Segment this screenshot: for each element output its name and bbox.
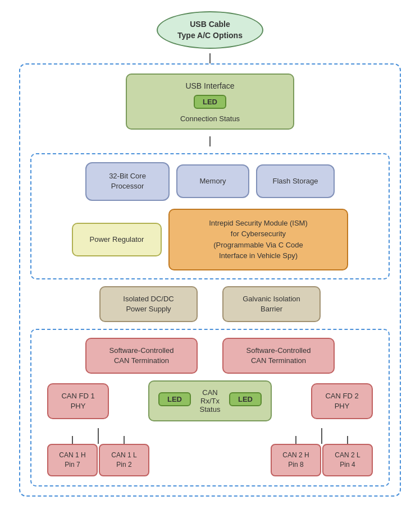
can2l-label: CAN 2 LPin 4 [335,451,360,470]
can-led-left: LED [158,392,191,406]
memory-label: Memory [200,176,226,186]
inner-bottom-dashed-box: Software-ControlledCAN Termination Softw… [30,329,390,486]
power-regulator-box: Power Regulator [72,223,162,256]
inner-top-dashed-box: 32-Bit CoreProcessor Memory Flash Storag… [30,153,390,279]
can1l-box: CAN 1 LPin 2 [99,444,149,476]
power-ism-row: Power Regulator Intrepid Security Module… [40,209,380,270]
flash-label: Flash Storage [273,176,318,186]
can-rxtx-box: LED CANRx/Tx Status LED [148,380,272,421]
can-termination-row: Software-ControlledCAN Termination Softw… [85,338,335,374]
usb-interface-label: USB Interface [138,81,282,90]
galvanic-label: Galvanic Isolation Barrier [232,294,311,314]
canfd-row: CAN FD 1 PHY LED CANRx/Tx Status LED CAN… [47,380,373,421]
canfd1-label: CAN FD 1 PHY [54,391,102,411]
can2h-label: CAN 2 HPin 8 [282,451,309,470]
cpu-box: 32-Bit CoreProcessor [85,162,170,200]
usb-to-outer-connector [209,53,211,63]
can2l-box: CAN 2 LPin 4 [322,444,373,476]
can1h-group: CAN 1 HPin 7 [47,436,98,476]
usb-led-badge: LED [194,95,226,109]
usb-connection-status: Connection Status [138,114,282,123]
power-regulator-label: Power Regulator [90,235,144,244]
can1l-group: CAN 1 LPin 2 [99,436,149,476]
flash-storage-box: Flash Storage [256,164,335,198]
memory-box: Memory [176,164,249,198]
right-pin-group: CAN 2 HPin 8 CAN 2 LPin 4 [271,428,373,476]
ism-box: Intrepid Security Module (ISM)for Cybers… [168,209,348,270]
can1h-box: CAN 1 HPin 7 [47,444,98,476]
can2h-group: CAN 2 HPin 8 [271,436,321,476]
can1l-v [124,436,125,444]
isolated-dc-box: Isolated DC/DCPower Supply [99,286,198,322]
can-term-2-box: Software-ControlledCAN Termination [222,338,335,374]
can1h-label: CAN 1 HPin 7 [59,451,85,470]
outer-dashed-box: USB Interface LED Connection Status 32-B… [19,63,401,497]
usb-interface-box: USB Interface LED Connection Status [126,74,294,130]
block-diagram: USB Cable Type A/C Options USB Interface… [13,11,407,497]
usb-cable-label-line2: Type A/C Options [177,31,243,40]
can2h-v [295,436,296,444]
can2l-v [347,436,348,444]
canfd1-box: CAN FD 1 PHY [47,383,109,419]
pin-connector-area: CAN 1 HPin 7 CAN 1 LPin 2 [47,428,373,476]
usb-to-inner-connector [209,136,211,146]
cpu-label: 32-Bit CoreProcessor [109,171,146,191]
galvanic-isolation-box: Galvanic Isolation Barrier [222,286,321,322]
can-rxtx-leds: LED CANRx/Tx Status LED [158,388,262,414]
right-v-line [321,428,322,436]
isolated-dc-label: Isolated DC/DCPower Supply [123,294,174,314]
can1h-v [72,436,73,444]
can-rxtx-label: CANRx/Tx Status [197,388,223,414]
can-term-2-label: Software-ControlledCAN Termination [246,346,311,366]
canfd2-box: CAN FD 2 PHY [311,383,373,419]
canfd2-label: CAN FD 2 PHY [318,391,366,411]
can1l-label: CAN 1 LPin 2 [111,451,136,470]
cpu-memory-flash-row: 32-Bit CoreProcessor Memory Flash Storag… [40,162,380,200]
can-term-1-label: Software-ControlledCAN Termination [109,346,174,366]
left-pins-with-line: CAN 1 HPin 7 CAN 1 LPin 2 [47,436,149,476]
left-v-line [98,428,99,436]
can-led-right: LED [229,392,262,406]
usb-cable-box: USB Cable Type A/C Options [157,11,263,49]
usb-cable-label-line1: USB Cable [190,20,230,29]
right-pins-with-line: CAN 2 HPin 8 CAN 2 LPin 4 [271,436,373,476]
can2h-box: CAN 2 HPin 8 [271,444,321,476]
can2l-group: CAN 2 LPin 4 [322,436,373,476]
can-term-1-box: Software-ControlledCAN Termination [85,338,198,374]
left-pin-group: CAN 1 HPin 7 CAN 1 LPin 2 [47,428,149,476]
ism-label: Intrepid Security Module (ISM)for Cybers… [209,218,308,261]
isolation-row: Isolated DC/DCPower Supply Galvanic Isol… [30,286,390,322]
